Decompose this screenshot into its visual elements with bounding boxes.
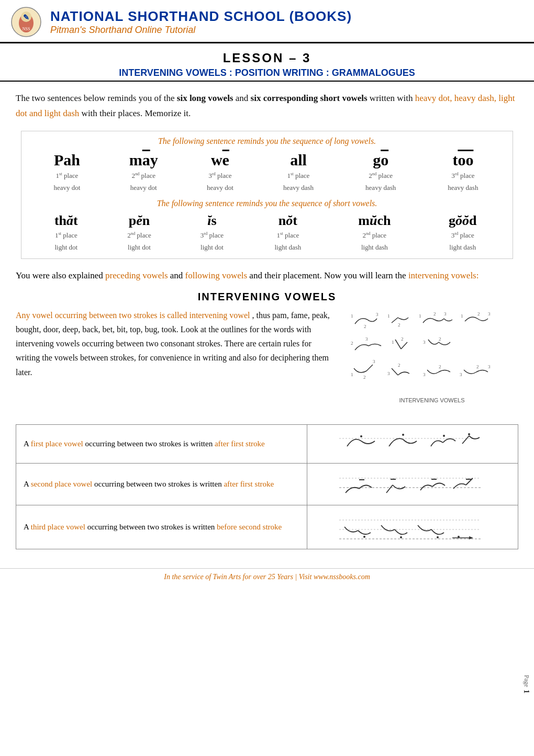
rule-1-highlight2: after first stroke [215, 439, 265, 448]
lv-type-1: heavy dot [30, 182, 104, 194]
sv-place-2: 2nd place [103, 229, 176, 241]
intro-text1: The two sentences below reminds you of t… [16, 93, 177, 103]
page: ✎ NSS NATIONAL SHORTHAND SCHOOL (BOOKS) … [0, 0, 534, 756]
long-vowel-word-may: may [104, 150, 183, 170]
sv-word-much: mŭch [328, 212, 421, 230]
long-vowel-word-too: too [422, 150, 504, 170]
svg-text:2: 2 [439, 364, 441, 369]
svg-point-37 [443, 435, 445, 437]
lv-type-3: heavy dot [183, 182, 257, 194]
lesson-title: LESSON – 3 [10, 51, 524, 65]
svg-text:1: 1 [419, 313, 421, 319]
svg-text:1: 1 [351, 372, 353, 377]
short-vowels-sentence: The following sentence reminds you the s… [30, 199, 504, 208]
long-vowel-word-go: go [340, 150, 422, 170]
intro-text3: written with [370, 93, 415, 103]
intervening-text: Any vowel occurring between two strokes … [16, 308, 335, 379]
svg-text:1: 1 [461, 313, 463, 319]
rule-2-highlight: second place vowel [31, 480, 92, 488]
lesson-header: LESSON – 3 INTERVENING VOWELS : POSITION… [0, 43, 534, 82]
svg-text:2: 2 [433, 311, 436, 317]
long-vowels-words-row: Pah may we all go too [30, 150, 504, 170]
rule-2-image [307, 464, 518, 505]
intro-text4: with their places. Memorize it. [82, 108, 191, 118]
header-text: NATIONAL SHORTHAND SCHOOL (BOOKS) Pitman… [50, 8, 352, 36]
svg-text:2: 2 [439, 336, 441, 342]
lv-type-5: heavy dash [340, 182, 422, 194]
intervening-colored: Any vowel occurring between two strokes … [16, 311, 250, 320]
intervening-content: Any vowel occurring between two strokes … [16, 308, 518, 415]
svg-point-48 [363, 536, 365, 538]
svg-point-53 [458, 536, 460, 538]
svg-text:2: 2 [398, 363, 400, 368]
rule-2-highlight2: after first stroke [224, 480, 274, 488]
intro-paragraph: The two sentences below reminds you of t… [16, 91, 518, 121]
fp-text1: You were also explained [16, 270, 105, 280]
lv-place-2: 2nd place [104, 170, 183, 182]
svg-text:1: 1 [392, 340, 394, 345]
svg-text:3: 3 [444, 311, 447, 317]
sv-type-1: light dot [30, 241, 103, 253]
svg-text:3: 3 [488, 311, 491, 317]
page-label: Page [522, 675, 530, 687]
rule-2-text: A second place vowel occurring between t… [16, 464, 307, 505]
svg-text:NSS: NSS [23, 27, 30, 31]
intro-bold2: six corresponding short vowels [251, 93, 368, 103]
lv-place-4: 1st place [257, 170, 339, 182]
footer: In the service of Twin Arts for over 25 … [0, 568, 534, 585]
fp-text2: and [170, 270, 185, 280]
svg-text:2: 2 [398, 322, 400, 328]
svg-text:2: 2 [477, 311, 480, 317]
sv-place-5: 2nd place [328, 229, 421, 241]
short-vowels-table: thăt pĕn ĭs nŏt mŭch gŏŏd 1st place 2nd … [30, 212, 504, 253]
fp-preceding: preceding vowels [105, 270, 168, 280]
svg-text:3: 3 [488, 364, 491, 369]
sv-word-that: thăt [30, 212, 103, 230]
rule-1-highlight: first place vowel [31, 439, 83, 448]
svg-text:INTERVENING VOWELS: INTERVENING VOWELS [399, 397, 464, 403]
lv-type-4: heavy dash [257, 182, 339, 194]
intervening-rest: , thus pam, fame, peak, bought, door, de… [16, 311, 330, 377]
fp-intervening: intervening vowels: [408, 270, 479, 280]
svg-point-49 [400, 536, 402, 538]
sv-place-4: 1st place [248, 229, 328, 241]
lv-place-6: 3rd place [422, 170, 504, 182]
svg-text:2: 2 [401, 336, 404, 342]
svg-text:1: 1 [387, 313, 390, 319]
svg-text:✎: ✎ [23, 14, 29, 21]
intro-bold1: six long vowels [177, 93, 233, 103]
long-vowel-word-all: all [257, 150, 339, 170]
lesson-subtitle: INTERVENING VOWELS : POSITION WRITING : … [10, 67, 524, 78]
sv-type-5: light dash [328, 241, 421, 253]
svg-text:2: 2 [364, 324, 366, 329]
short-vowels-place-row: 1st place 2nd place 3rd place 1st place … [30, 229, 504, 241]
svg-point-38 [468, 433, 470, 435]
vowel-section: The following sentence reminds you the s… [21, 131, 513, 259]
lv-place-1: 1st place [30, 170, 104, 182]
svg-text:3: 3 [373, 359, 375, 364]
lv-place-3: 3rd place [183, 170, 257, 182]
sv-place-6: 3rd place [421, 229, 504, 241]
svg-text:3: 3 [423, 372, 426, 377]
rule-3-image [307, 505, 518, 549]
sv-type-2: light dot [103, 241, 176, 253]
fp-following: following vowels [185, 270, 248, 280]
rule-3-text: A third place vowel occurring between tw… [16, 505, 307, 549]
svg-text:3: 3 [460, 372, 462, 377]
header-subtitle: Pitman's Shorthand Online Tutorial [50, 25, 352, 36]
sv-word-not: nŏt [248, 212, 328, 230]
page-number-value: 1 [522, 690, 531, 694]
svg-text:3: 3 [387, 371, 390, 376]
long-vowel-word-we: we [183, 150, 257, 170]
lv-type-6: heavy dash [422, 182, 504, 194]
main-content: The two sentences below reminds you of t… [0, 82, 534, 564]
rule-1-text: A first place vowel occurring between tw… [16, 424, 307, 464]
svg-text:2: 2 [476, 364, 479, 369]
svg-text:1: 1 [351, 313, 353, 319]
rule-3-row: A third place vowel occurring between tw… [16, 505, 518, 549]
intro-text2: and [236, 93, 251, 103]
sv-place-3: 3rd place [176, 229, 248, 241]
intervening-title: INTERVENING VOWELS [16, 291, 518, 303]
long-vowels-sentence: The following sentence reminds you the s… [30, 137, 504, 146]
sv-place-1: 1st place [30, 229, 103, 241]
